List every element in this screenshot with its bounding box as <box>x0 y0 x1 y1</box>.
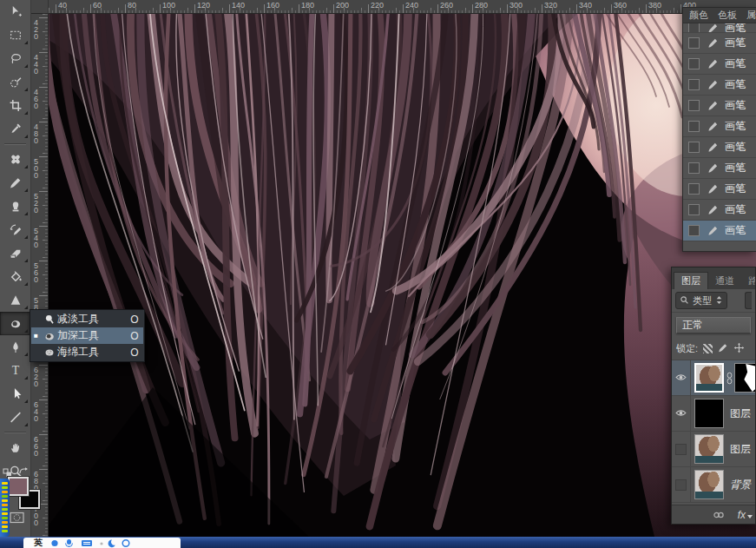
layer-row[interactable] <box>672 360 755 396</box>
history-state-row[interactable]: 画笔 <box>683 116 756 137</box>
ruler-major-tick <box>39 399 48 400</box>
ime-language-toggle[interactable]: 英 <box>34 538 43 547</box>
layer-thumbnail[interactable] <box>694 434 724 464</box>
hand-tool-icon <box>9 441 23 454</box>
horizontal-ruler[interactable]: 4060801001201401601802002202402602803003… <box>31 0 756 14</box>
tool-line-tool[interactable] <box>0 406 30 429</box>
history-source-checkbox[interactable] <box>688 100 700 111</box>
brush-icon <box>706 204 720 215</box>
history-source-checkbox[interactable] <box>688 58 700 69</box>
history-source-checkbox[interactable] <box>688 162 700 174</box>
flyout-item-burn[interactable]: ■加深工具O <box>31 327 143 344</box>
history-source-checkbox[interactable] <box>688 37 700 49</box>
flyout-item-label: 海绵工具 <box>57 345 128 360</box>
updown-arrows-icon <box>715 295 723 307</box>
history-state-row[interactable]: 画笔 <box>683 137 756 158</box>
ime-toolbar[interactable]: 英 <box>23 538 181 548</box>
foreground-color-swatch[interactable] <box>8 477 29 496</box>
tool-type-tool[interactable]: T <box>0 359 30 382</box>
tool-quick-select-tool[interactable] <box>0 70 30 94</box>
tool-eraser-tool[interactable] <box>0 241 30 265</box>
history-source-checkbox[interactable] <box>688 183 700 195</box>
history-state-row[interactable]: 画笔 <box>683 179 756 200</box>
layer-styles-fx-button[interactable]: fx <box>738 509 753 521</box>
blend-mode-select[interactable]: 正常 <box>676 317 751 333</box>
history-state-row[interactable]: 画笔 <box>683 33 756 54</box>
tool-hand-tool[interactable] <box>0 436 30 459</box>
history-state-label: 画笔 <box>725 98 746 113</box>
tool-pen-tool[interactable] <box>0 335 30 359</box>
history-source-checkbox[interactable] <box>688 23 700 33</box>
tool-crop-tool[interactable] <box>0 94 30 117</box>
panel-tab-色板[interactable]: 色板 <box>718 9 737 22</box>
history-state-row[interactable]: 画笔 <box>683 221 756 241</box>
layer-row[interactable]: 图层 <box>672 432 755 467</box>
ruler-label: 4 8 0 <box>34 123 43 144</box>
history-state-row[interactable]: 画笔 <box>683 54 756 75</box>
layer-mask-thumbnail[interactable] <box>734 363 756 393</box>
lock-paint-icon[interactable] <box>718 342 728 355</box>
sponge-tool-icon <box>41 347 57 359</box>
layer-row[interactable]: 背景 <box>672 467 755 503</box>
tab-通道[interactable]: 通道 <box>708 273 741 289</box>
layer-thumbnail[interactable] <box>694 470 724 499</box>
ime-toolbar-icons[interactable] <box>49 538 145 548</box>
ruler-label: 320 <box>544 1 557 10</box>
history-state-row[interactable]: 画笔 <box>683 23 756 33</box>
history-source-checkbox[interactable] <box>688 204 700 215</box>
marquee-tool-icon <box>9 29 23 42</box>
tool-lasso-tool[interactable] <box>0 47 30 70</box>
layer-visibility-well[interactable] <box>672 467 691 502</box>
moon-icon <box>108 539 115 547</box>
ruler-major-tick <box>507 4 508 13</box>
flyout-item-shortcut: O <box>128 330 141 342</box>
tool-move-tool[interactable] <box>0 0 30 23</box>
tool-healing-brush-tool[interactable] <box>0 148 30 171</box>
flyout-item-sponge[interactable]: 海绵工具O <box>31 344 143 360</box>
tab-图层[interactable]: 图层 <box>674 272 708 289</box>
layer-visibility-well[interactable] <box>672 432 691 466</box>
panel-tab-颜色[interactable]: 颜色 <box>689 9 708 22</box>
layer-visibility-well[interactable] <box>672 360 691 395</box>
vertical-ruler[interactable]: 4 2 04 4 04 6 04 8 05 0 05 2 05 4 05 6 0… <box>31 14 49 537</box>
ruler-major-tick <box>56 4 56 13</box>
gradient-tool-icon <box>9 270 23 283</box>
history-state-row[interactable]: 画笔 <box>683 75 756 96</box>
history-state-row[interactable]: 画笔 <box>683 158 756 179</box>
layer-visibility-well[interactable] <box>672 396 691 431</box>
history-brush-tool-icon <box>9 223 23 236</box>
layer-filter-type-select[interactable]: 类型 <box>675 292 727 309</box>
panel-tab-属性[interactable]: 属性 <box>746 9 756 22</box>
flyout-item-label: 减淡工具 <box>57 312 128 327</box>
tool-history-brush-tool[interactable] <box>0 218 30 241</box>
document-canvas[interactable] <box>49 14 756 537</box>
quick-mask-button[interactable] <box>10 512 24 527</box>
ruler-label: 280 <box>475 1 488 10</box>
tool-marquee-tool[interactable] <box>0 23 30 47</box>
tool-gradient-tool[interactable] <box>0 265 30 288</box>
history-source-checkbox[interactable] <box>688 225 700 236</box>
lock-transparency-icon[interactable] <box>703 344 713 353</box>
lock-move-icon[interactable] <box>733 342 745 355</box>
ruler-label: 380 <box>648 1 661 10</box>
tool-path-select-tool[interactable] <box>0 382 30 406</box>
layer-filter-extra-button[interactable] <box>745 292 752 309</box>
layer-row[interactable]: 图层 <box>672 396 755 432</box>
tool-clone-stamp-tool[interactable] <box>0 195 30 218</box>
tab-路径[interactable]: 路径 <box>741 273 756 289</box>
history-state-row[interactable]: 画笔 <box>683 200 756 221</box>
history-source-checkbox[interactable] <box>688 121 700 132</box>
tool-brush-tool[interactable] <box>0 171 30 195</box>
tools-panel: T <box>0 0 31 537</box>
tool-eyedropper-tool[interactable] <box>0 117 30 141</box>
tool-burn-tool[interactable] <box>0 312 30 335</box>
history-source-checkbox[interactable] <box>688 79 700 90</box>
layer-thumbnail[interactable] <box>694 399 724 428</box>
history-source-checkbox[interactable] <box>688 142 700 153</box>
link-layers-icon[interactable] <box>713 507 725 523</box>
layer-thumbnail[interactable] <box>694 363 724 393</box>
flyout-item-dodge[interactable]: 减淡工具O <box>31 311 143 327</box>
edge-dash <box>2 508 8 511</box>
tool-blur-tool[interactable] <box>0 288 30 312</box>
history-state-row[interactable]: 画笔 <box>683 96 756 116</box>
